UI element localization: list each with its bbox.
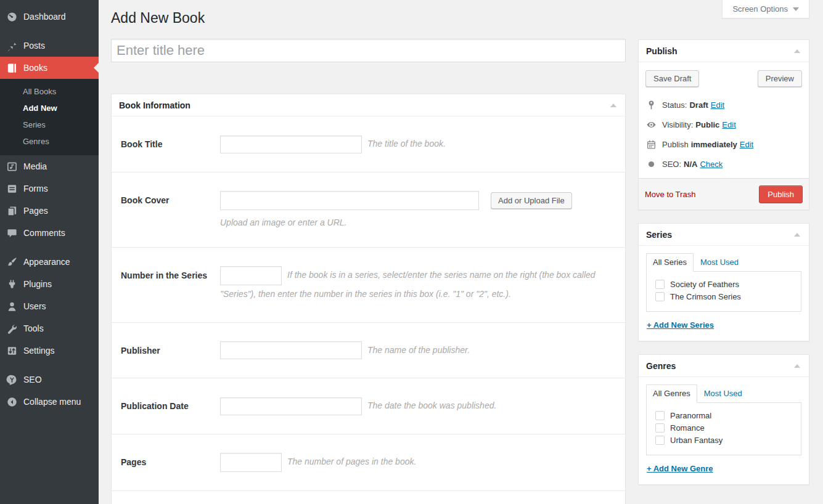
save-draft-button[interactable]: Save Draft bbox=[645, 70, 699, 87]
sidebar-item-label: Appearance bbox=[23, 257, 70, 267]
sidebar-item-forms[interactable]: Forms bbox=[0, 177, 99, 200]
genre-item[interactable]: Paranormal bbox=[655, 410, 797, 422]
edit-status-link[interactable]: Edit bbox=[711, 100, 724, 110]
add-new-series-link[interactable]: + Add New Series bbox=[647, 320, 714, 330]
sidebar-item-label: Collapse menu bbox=[23, 397, 81, 407]
sidebar-item-label: Plugins bbox=[23, 279, 52, 289]
seo-icon bbox=[6, 373, 18, 386]
comment-icon bbox=[6, 227, 18, 239]
seo-score-icon bbox=[646, 159, 657, 169]
publisher-input[interactable] bbox=[220, 341, 362, 359]
series-item[interactable]: Society of Feathers bbox=[655, 278, 797, 291]
sidebar-item-tools[interactable]: Tools bbox=[0, 317, 99, 339]
checkbox-icon[interactable] bbox=[655, 292, 665, 301]
collapse-toggle-icon[interactable] bbox=[610, 104, 616, 107]
sidebar-item-posts[interactable]: Posts bbox=[0, 35, 99, 57]
edit-visibility-link[interactable]: Edit bbox=[722, 120, 735, 129]
sidebar-item-media[interactable]: Media bbox=[0, 155, 99, 177]
preview-button[interactable]: Preview bbox=[758, 70, 802, 87]
field-description: Upload an image or enter a URL. bbox=[220, 217, 616, 229]
field-label: Publication Date bbox=[121, 397, 220, 415]
series-item[interactable]: The Crimson Series bbox=[655, 291, 797, 303]
sidebar-item-label: Pages bbox=[23, 206, 48, 216]
publish-header[interactable]: Publish bbox=[639, 40, 809, 62]
edit-publish-date-link[interactable]: Edit bbox=[740, 140, 753, 149]
field-row-publisher: Publisher The name of the publisher. bbox=[112, 323, 625, 379]
tab-all-genres[interactable]: All Genres bbox=[646, 384, 697, 403]
field-label: Book Title bbox=[121, 135, 220, 153]
add-or-upload-file-button[interactable]: Add or Upload File bbox=[491, 192, 572, 209]
screen-options-tab[interactable]: Screen Options bbox=[722, 0, 809, 18]
submenu-item-genres[interactable]: Genres bbox=[0, 133, 99, 150]
collapse-toggle-icon[interactable] bbox=[794, 364, 800, 368]
sidebar-item-settings[interactable]: Settings bbox=[0, 339, 99, 362]
checkbox-icon[interactable] bbox=[655, 411, 665, 420]
post-title-input[interactable] bbox=[111, 39, 626, 62]
submenu-item-add-new[interactable]: Add New bbox=[0, 100, 99, 116]
genre-item[interactable]: Romance bbox=[655, 422, 797, 434]
seo-check-link[interactable]: Check bbox=[700, 160, 723, 169]
post-status-icon bbox=[646, 100, 657, 110]
screen-options-label: Screen Options bbox=[732, 4, 788, 14]
genre-item-label: Urban Fantasy bbox=[670, 436, 723, 445]
main-column: Add New Book Book Information Book Title… bbox=[111, 0, 626, 504]
collapse-toggle-icon[interactable] bbox=[794, 49, 800, 53]
tab-all-series[interactable]: All Series bbox=[646, 253, 694, 272]
genres-metabox: Genres All Genres Most Used Paranormal R… bbox=[638, 354, 809, 485]
books-submenu: All Books Add New Series Genres bbox=[0, 79, 99, 155]
sidebar-item-users[interactable]: Users bbox=[0, 295, 99, 317]
series-header[interactable]: Series bbox=[639, 224, 809, 246]
publish-date-value: immediately bbox=[691, 140, 737, 149]
paintbrush-icon bbox=[6, 256, 18, 268]
status-value: Draft bbox=[689, 100, 708, 110]
seo-score-value: N/A bbox=[684, 160, 697, 169]
sidebar-item-dashboard[interactable]: Dashboard bbox=[0, 6, 99, 28]
tab-most-used[interactable]: Most Used bbox=[697, 384, 749, 403]
publish-button[interactable]: Publish bbox=[759, 185, 803, 203]
add-new-genre-link[interactable]: + Add New Genre bbox=[647, 464, 713, 473]
submenu-item-series[interactable]: Series bbox=[0, 116, 99, 133]
collapse-toggle-icon[interactable] bbox=[794, 233, 800, 237]
book-information-header[interactable]: Book Information bbox=[112, 94, 625, 116]
checkbox-icon[interactable] bbox=[655, 423, 665, 433]
book-icon bbox=[6, 62, 18, 74]
tab-most-used[interactable]: Most Used bbox=[694, 253, 745, 272]
sidebar-item-collapse-menu[interactable]: Collapse menu bbox=[0, 391, 99, 413]
checkbox-icon[interactable] bbox=[655, 436, 665, 445]
book-cover-input[interactable] bbox=[220, 191, 479, 210]
genre-item[interactable]: Urban Fantasy bbox=[655, 434, 797, 447]
genre-item-label: Paranormal bbox=[670, 411, 711, 420]
visibility-row: Visibility: Public Edit bbox=[645, 115, 803, 135]
move-to-trash-link[interactable]: Move to Trash bbox=[645, 190, 695, 199]
pages-input[interactable] bbox=[220, 453, 282, 472]
number-in-series-input[interactable] bbox=[220, 266, 282, 285]
field-description: The number of pages in the book. bbox=[287, 457, 416, 466]
checkbox-icon[interactable] bbox=[655, 280, 665, 289]
sidebar-item-comments[interactable]: Comments bbox=[0, 222, 99, 244]
field-label: Number in the Series bbox=[121, 266, 220, 303]
genres-header[interactable]: Genres bbox=[639, 355, 809, 377]
sidebar-item-books[interactable]: Books bbox=[0, 57, 99, 79]
submenu-item-all-books[interactable]: All Books bbox=[0, 83, 99, 100]
sidebar-item-plugins[interactable]: Plugins bbox=[0, 273, 99, 295]
sidebar-item-seo[interactable]: SEO bbox=[0, 368, 99, 391]
publication-date-input[interactable] bbox=[220, 397, 362, 415]
metabox-title: Book Information bbox=[119, 100, 190, 110]
schedule-row: Publish immediately Edit bbox=[645, 135, 803, 155]
metabox-title: Series bbox=[646, 230, 672, 240]
series-metabox: Series All Series Most Used Society of F… bbox=[638, 223, 809, 341]
publishing-actions: Move to Trash Publish bbox=[639, 178, 809, 209]
sidebar-item-label: Forms bbox=[23, 184, 48, 193]
genre-item-label: Romance bbox=[670, 423, 705, 433]
sidebar-item-label: Users bbox=[23, 301, 46, 311]
sidebar-item-appearance[interactable]: Appearance bbox=[0, 251, 99, 273]
sidebar-item-label: Posts bbox=[23, 41, 45, 51]
book-title-input[interactable] bbox=[220, 136, 362, 153]
field-description: The name of the publisher. bbox=[367, 345, 470, 355]
dashboard-icon bbox=[6, 10, 18, 23]
sidebar-item-label: Dashboard bbox=[23, 12, 66, 22]
media-icon bbox=[6, 160, 18, 173]
sidebar-item-pages[interactable]: Pages bbox=[0, 200, 99, 222]
calendar-icon bbox=[646, 139, 657, 150]
page-title: Add New Book bbox=[111, 9, 626, 28]
